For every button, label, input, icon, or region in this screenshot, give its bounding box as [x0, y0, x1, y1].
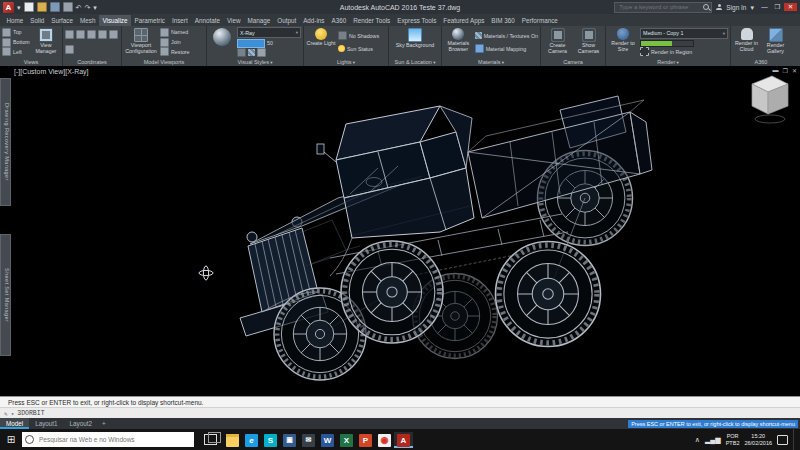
- view-bottom-button[interactable]: Bottom: [2, 38, 30, 47]
- open-file-icon[interactable]: [37, 2, 47, 12]
- tab-model[interactable]: Model: [0, 418, 29, 429]
- panel-label-a360[interactable]: A360: [731, 58, 791, 66]
- sky-background-button[interactable]: Sky Background: [394, 27, 436, 57]
- visual-style-gallery[interactable]: [209, 27, 235, 57]
- wheel[interactable]: [496, 242, 601, 347]
- close-button[interactable]: ✕: [784, 3, 797, 11]
- language-indicator[interactable]: POR PTB2: [726, 433, 740, 446]
- sun-status-toggle[interactable]: Sun Status: [338, 44, 379, 53]
- show-cameras-button[interactable]: Show Cameras: [574, 27, 603, 57]
- create-light-button[interactable]: Create Light: [306, 27, 336, 57]
- ribbon-tab-insert[interactable]: Insert: [168, 15, 191, 26]
- autocad-taskbar-button[interactable]: A: [394, 432, 413, 448]
- ucs-icon[interactable]: [109, 30, 118, 39]
- opacity-slider[interactable]: [237, 39, 265, 48]
- ribbon-tab-parametric[interactable]: Parametric: [131, 15, 168, 26]
- help-search-input[interactable]: [617, 3, 703, 11]
- store-button[interactable]: S: [261, 432, 280, 448]
- ribbon-tab-mesh[interactable]: Mesh: [77, 15, 99, 26]
- ribbon-tab-express-tools[interactable]: Express Tools: [394, 15, 440, 26]
- qat-dropdown-icon[interactable]: ▾: [93, 4, 97, 11]
- panel-label-sun-location[interactable]: Sun & Location: [389, 58, 441, 66]
- ucs-icon[interactable]: [65, 30, 74, 39]
- ribbon-tab-visualize[interactable]: Visualize: [99, 15, 131, 26]
- help-search-box[interactable]: [614, 2, 712, 13]
- chrome-button[interactable]: ◉: [375, 432, 394, 448]
- view-manager-button[interactable]: View Manager: [32, 27, 60, 57]
- panel-label-render[interactable]: Render: [606, 58, 730, 66]
- render-preset-dropdown[interactable]: Medium - Copy 1: [640, 28, 728, 39]
- task-view-icon[interactable]: [204, 434, 217, 445]
- ribbon-tab-view[interactable]: View: [223, 15, 244, 26]
- panel-label-camera[interactable]: Camera: [541, 58, 605, 66]
- panel-label-lights[interactable]: Lights: [304, 58, 388, 66]
- edge-button[interactable]: e: [242, 432, 261, 448]
- signin-dropdown-icon[interactable]: ▾: [750, 4, 754, 11]
- photos-button[interactable]: ▣: [280, 432, 299, 448]
- panel-label-coordinates[interactable]: Coordinates: [63, 58, 121, 66]
- restore-viewports-button[interactable]: Restore: [160, 47, 190, 56]
- sign-in-button[interactable]: Sign In: [726, 4, 746, 11]
- panel-label-views[interactable]: Views: [0, 58, 62, 66]
- viewcube[interactable]: [752, 76, 788, 123]
- action-center-icon[interactable]: [777, 435, 788, 445]
- save-icon[interactable]: [50, 2, 60, 12]
- taskbar-search-box[interactable]: [22, 432, 194, 447]
- minimize-button[interactable]: —: [758, 3, 771, 11]
- tray-chevron-icon[interactable]: ∧: [695, 436, 700, 443]
- ribbon-tab-addins[interactable]: Add-ins: [300, 15, 328, 26]
- ribbon-tab-a360[interactable]: A360: [328, 15, 350, 26]
- clock[interactable]: 15:20 26/02/2016: [744, 433, 772, 446]
- drawing-close-icon[interactable]: ✕: [792, 67, 797, 74]
- excel-button[interactable]: X: [337, 432, 356, 448]
- panel-label-materials[interactable]: Materials: [442, 58, 540, 66]
- palette-tab-sheet-set[interactable]: Sheet Set Manager: [0, 234, 11, 356]
- taskbar-search-input[interactable]: [37, 435, 191, 444]
- undo-icon[interactable]: ↶: [76, 4, 82, 11]
- network-icon[interactable]: ▂▄▆: [705, 436, 721, 443]
- ucs-icon[interactable]: [98, 30, 107, 39]
- app-menu-arrow-icon[interactable]: ▾: [17, 4, 21, 11]
- render-quality-meter[interactable]: [640, 40, 694, 47]
- panel-label-visual-styles[interactable]: Visual Styles: [207, 58, 303, 66]
- search-icon[interactable]: [703, 4, 709, 10]
- redo-icon[interactable]: ↷: [84, 4, 90, 11]
- viewcube-compass[interactable]: [755, 115, 785, 123]
- drawing-minimize-icon[interactable]: ▬: [773, 67, 779, 74]
- tab-layout2[interactable]: Layout2: [64, 418, 98, 429]
- wheel[interactable]: [341, 241, 443, 343]
- materials-browser-button[interactable]: Materials Browser: [444, 27, 473, 57]
- powerpoint-button[interactable]: P: [356, 432, 375, 448]
- ucs-icon[interactable]: [65, 45, 74, 54]
- show-desktop-button[interactable]: [793, 429, 797, 450]
- mail-button[interactable]: ✉: [299, 432, 318, 448]
- start-button[interactable]: ⊞: [0, 434, 22, 445]
- view-left-button[interactable]: Left: [2, 47, 30, 56]
- restore-button[interactable]: ❐: [771, 3, 784, 11]
- autocad-logo-icon[interactable]: A: [3, 2, 14, 13]
- ribbon-tab-performance[interactable]: Performance: [518, 15, 561, 26]
- tab-layout1[interactable]: Layout1: [29, 418, 63, 429]
- viewport-controls-label[interactable]: [-][Custom View][X-Ray]: [14, 68, 89, 75]
- add-layout-button[interactable]: +: [98, 418, 110, 429]
- edge-effects-icon[interactable]: [248, 49, 255, 56]
- no-shadows-toggle[interactable]: No Shadows: [338, 31, 379, 40]
- ribbon-tab-bim360[interactable]: BIM 360: [488, 15, 518, 26]
- panel-label-model-viewports[interactable]: Model Viewports: [122, 58, 206, 66]
- plot-icon[interactable]: [63, 2, 73, 12]
- viewport-configuration-button[interactable]: Viewport Configuration: [124, 27, 158, 57]
- file-explorer-button[interactable]: [223, 432, 242, 448]
- ucs-icon[interactable]: [76, 30, 85, 39]
- view-top-button[interactable]: Top: [2, 28, 30, 37]
- palette-tab-drawing-recovery[interactable]: Drawing Recovery Manager: [0, 78, 11, 206]
- render-gallery-button[interactable]: Render Gallery: [762, 27, 789, 57]
- join-viewports-button[interactable]: Join: [160, 38, 190, 47]
- visual-style-dropdown[interactable]: X-Ray: [237, 27, 301, 38]
- new-file-icon[interactable]: [24, 2, 34, 12]
- model-viewport[interactable]: [-][Custom View][X-Ray] ▬ ❐ ✕ Drawing Re…: [0, 66, 800, 396]
- shadow-style-icon[interactable]: [257, 48, 266, 57]
- render-in-region-button[interactable]: Render in Region: [640, 47, 728, 56]
- word-button[interactable]: W: [318, 432, 337, 448]
- ribbon-tab-output[interactable]: Output: [274, 15, 300, 26]
- ribbon-tab-home[interactable]: Home: [3, 15, 27, 26]
